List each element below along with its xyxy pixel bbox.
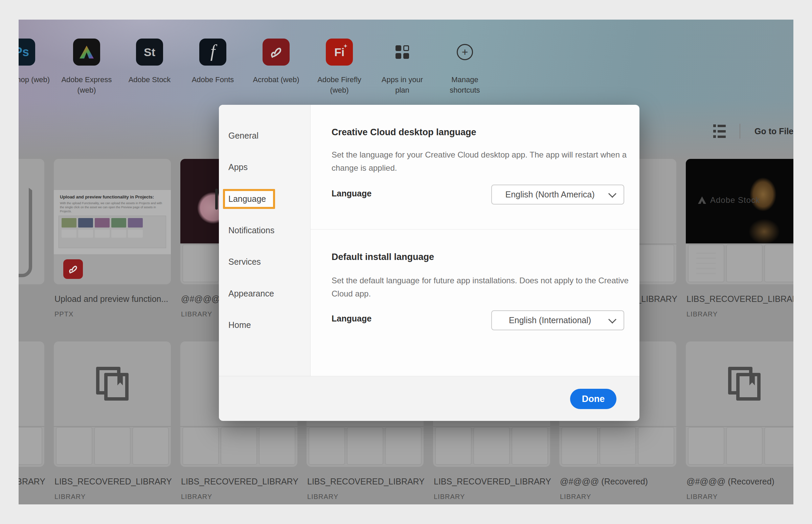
sidebar-item-home[interactable]: Home xyxy=(228,318,251,332)
card-title: LIBS_RECOVERED_LIBRARY xyxy=(686,294,793,304)
section-divider xyxy=(311,229,639,230)
file-outline-icon xyxy=(19,174,32,277)
pdf-badge-icon xyxy=(63,259,83,279)
card-subtitle: LIBRARY xyxy=(560,493,591,501)
stock-glyph: St xyxy=(144,46,155,59)
install-language-dropdown[interactable]: English (International) xyxy=(491,310,624,330)
adobe-firefly-icon: Fi xyxy=(326,38,353,66)
sidebar-item-services[interactable]: Services xyxy=(228,255,261,268)
dialog-footer: Done xyxy=(219,376,639,421)
card-title: LIBS_RECOVERED_LIBRARY xyxy=(19,477,45,487)
empty-tile xyxy=(764,244,793,282)
preferences-dialog: General Apps Language Notifications Serv… xyxy=(219,105,639,421)
field-label: Language xyxy=(332,189,371,198)
sidebar-item-apps[interactable]: Apps xyxy=(228,160,248,174)
library-icon xyxy=(728,367,761,400)
dock-label: Adobe Stock xyxy=(121,75,178,85)
adobe-express-icon xyxy=(73,38,100,66)
dock-item-manage-shortcuts[interactable]: + Manage shortcuts xyxy=(434,38,495,95)
dock-item-adobe-stock[interactable]: St Adobe Stock xyxy=(119,38,180,85)
section-description: Set the language for your Creative Cloud… xyxy=(332,148,636,175)
apps-grid-icon xyxy=(389,38,416,66)
scrollbar-handle[interactable] xyxy=(215,189,218,210)
dock-label: Photoshop (web) xyxy=(19,75,50,85)
section-heading: Default install language xyxy=(332,252,434,262)
acrobat-loop-glyph xyxy=(269,45,284,60)
card-subtitle: PPTX xyxy=(54,310,74,318)
kitten-photo-tile xyxy=(726,244,763,282)
card-title: @#@@@ xyxy=(181,294,220,304)
lion-stock-thumbnail: Adobe Stock xyxy=(686,159,793,243)
card-title: LIBS_RECOVERED_LIBRARY xyxy=(434,477,551,487)
card-title: LIBS_RECOVERED_LIBRARY xyxy=(54,477,172,487)
fonts-glyph: f xyxy=(210,41,215,61)
dock-label: Manage shortcuts xyxy=(445,75,485,95)
dock-item-photoshop-web[interactable]: Ps Photoshop (web) xyxy=(19,38,52,85)
desktop-language-dropdown[interactable]: English (North America) xyxy=(491,184,624,204)
acrobat-icon xyxy=(262,38,290,66)
card-subtitle: LIBRARY xyxy=(686,310,718,318)
card-subtitle: LIBRARY xyxy=(181,493,212,501)
chevron-down-icon xyxy=(608,315,617,324)
dock-item-apps-in-your-plan[interactable]: Apps in your plan xyxy=(372,38,433,95)
card-title: @#@@@ (Recovered) xyxy=(686,477,775,487)
slide-screenshot xyxy=(59,216,166,248)
dock-item-adobe-express-web[interactable]: Adobe Express (web) xyxy=(56,38,117,95)
vertical-divider xyxy=(739,124,740,138)
adobe-fonts-icon: f xyxy=(199,38,226,66)
dock-label: Acrobat (web) xyxy=(242,75,310,85)
card-title: LIBS_RECOVERED_LIBRARY xyxy=(307,477,425,487)
dock-item-adobe-firefly-web[interactable]: Fi Adobe Firefly (web) xyxy=(309,38,370,95)
dock-label: Adobe Express (web) xyxy=(58,75,115,95)
section-heading: Creative Cloud desktop language xyxy=(332,127,476,137)
card-subtitle: LIBRARY xyxy=(54,493,85,501)
done-button[interactable]: Done xyxy=(570,389,617,409)
adobe-stock-watermark: Adobe Stock xyxy=(698,195,760,205)
card-title: Upload and preview function... xyxy=(54,294,168,304)
section-description: Set the default language for future app … xyxy=(332,274,636,300)
sidebar-item-appearance[interactable]: Appearance xyxy=(228,287,274,300)
chevron-down-icon xyxy=(608,190,617,198)
card-subtitle: LIBRARY xyxy=(686,493,718,501)
library-icon xyxy=(96,367,129,400)
view-controls: Go to File xyxy=(713,124,793,138)
photoshop-glyph: Ps xyxy=(19,45,29,59)
card-subtitle: LIBRARY xyxy=(181,310,212,318)
card-subtitle: LIBRARY xyxy=(307,493,338,501)
adobe-stock-icon: St xyxy=(136,38,163,66)
profile-screenshot-tile xyxy=(688,244,725,282)
photoshop-icon: Ps xyxy=(19,38,35,66)
field-label: Language xyxy=(332,314,371,324)
go-to-files-link[interactable]: Go to File xyxy=(754,127,793,136)
dock-label: Adobe Fonts xyxy=(184,75,242,85)
card-title: LIBS_RECOVERED_LIBRARY xyxy=(181,477,298,487)
dock-item-acrobat-web[interactable]: Acrobat (web) xyxy=(245,38,306,85)
preferences-sidebar: General Apps Language Notifications Serv… xyxy=(219,105,311,376)
dock-item-adobe-fonts[interactable]: f Adobe Fonts xyxy=(182,38,243,85)
plus-circle-icon: + xyxy=(451,38,478,66)
list-view-icon[interactable] xyxy=(713,124,726,138)
pptx-slide-preview: Upload and preview functionality in Proj… xyxy=(54,190,171,254)
creative-cloud-app-window: Ps Photoshop (web) Adobe Express (web) S… xyxy=(19,20,793,504)
adobe-logo-icon xyxy=(698,196,706,204)
slide-body: With the upload Functionality, we can up… xyxy=(60,201,165,213)
firefly-glyph: Fi xyxy=(334,46,345,59)
card-title: @#@@@ (Recovered) xyxy=(560,477,648,487)
slide-title: Upload and preview functionality in Proj… xyxy=(60,194,165,199)
dock-label: Adobe Firefly (web) xyxy=(311,75,368,95)
sidebar-item-general[interactable]: General xyxy=(228,129,258,142)
card-subtitle: LIBRARY xyxy=(434,493,465,501)
express-rainbow-a-glyph xyxy=(80,46,94,59)
sidebar-item-notifications[interactable]: Notifications xyxy=(228,224,274,237)
sidebar-item-language-active[interactable]: Language xyxy=(223,189,275,209)
dock-label: Apps in your plan xyxy=(380,75,424,95)
